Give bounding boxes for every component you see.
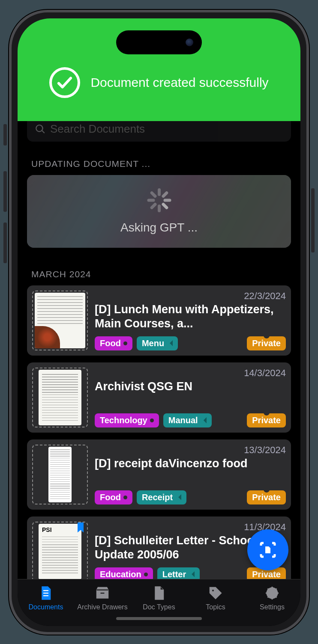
- tab-label: Archive Drawers: [77, 603, 127, 611]
- document-thumbnail: [32, 291, 88, 350]
- tag-topic[interactable]: Technology: [95, 413, 159, 427]
- month-section-label: March 2024: [31, 269, 287, 279]
- archive-drawer-icon: [94, 585, 111, 602]
- updating-document-card[interactable]: Asking GPT ...: [27, 175, 291, 248]
- tag-doctype[interactable]: Receipt: [137, 490, 186, 505]
- tag-topic[interactable]: Food: [95, 336, 132, 350]
- document-title: Archivist QSG EN: [95, 380, 286, 394]
- document-card[interactable]: 13/3/2024 [D] receipt daVincenzo food Fo…: [27, 439, 291, 510]
- spinner-icon: [147, 188, 171, 212]
- tab-topics[interactable]: Topics: [187, 585, 244, 611]
- document-date: 14/3/2024: [95, 368, 286, 379]
- scan-document-icon: [258, 540, 278, 560]
- tag-privacy[interactable]: Private: [247, 336, 286, 350]
- tag-doctype[interactable]: Letter: [157, 567, 200, 579]
- home-indicator[interactable]: [116, 617, 202, 620]
- tab-archive-drawers[interactable]: Archive Drawers: [74, 585, 131, 611]
- scan-document-fab[interactable]: [247, 529, 288, 570]
- document-date: 11/3/2024: [95, 522, 286, 533]
- document-fold-icon: [189, 571, 195, 577]
- svg-point-0: [212, 589, 214, 591]
- tab-label: Settings: [260, 603, 285, 611]
- dynamic-island: [116, 30, 202, 54]
- document-icon: [37, 585, 54, 602]
- tab-documents[interactable]: Documents: [18, 585, 74, 611]
- updating-status-text: Asking GPT ...: [120, 221, 198, 234]
- document-title: [D] receipt daVincenzo food: [95, 457, 286, 471]
- tab-label: Doc Types: [143, 603, 175, 611]
- tag-doctype[interactable]: Manual: [163, 413, 212, 427]
- svg-point-2: [270, 591, 274, 595]
- document-fold-icon: [167, 340, 173, 346]
- tag-privacy[interactable]: Private: [247, 413, 286, 427]
- document-fold-icon: [175, 494, 181, 500]
- checkmark-circle-icon: [49, 67, 80, 98]
- document-date: 13/3/2024: [95, 445, 286, 456]
- tab-doc-types[interactable]: Doc Types: [131, 585, 187, 611]
- mute-switch: [3, 124, 7, 145]
- updating-section-label: Updating Document ...: [31, 159, 287, 169]
- search-input[interactable]: [50, 122, 283, 136]
- tab-settings[interactable]: Settings: [244, 585, 300, 611]
- gear-icon: [264, 585, 281, 602]
- document-fold-icon: [201, 417, 207, 423]
- tag-icon: [207, 585, 224, 602]
- tab-label: Documents: [29, 603, 63, 611]
- document-thumbnail: [32, 445, 88, 505]
- document-thumbnail: [32, 368, 88, 427]
- main-content-scroll[interactable]: Updating Document ... Asking GPT ...: [18, 108, 300, 579]
- document-card[interactable]: 22/3/2024 [D] Lunch Menu with Appetizers…: [27, 285, 291, 356]
- toast-message: Document created successfully: [90, 75, 268, 90]
- volume-down-button: [3, 223, 7, 263]
- document-title: [D] Lunch Menu with Appetizers, Main Cou…: [95, 303, 286, 332]
- tab-label: Topics: [206, 603, 225, 611]
- tag-doctype[interactable]: Menu: [137, 336, 178, 350]
- search-icon: [35, 124, 46, 135]
- document-date: 22/3/2024: [95, 291, 286, 302]
- document-thumbnail: [32, 522, 88, 579]
- tag-topic[interactable]: Education: [95, 567, 153, 579]
- power-button: [311, 188, 315, 252]
- volume-up-button: [3, 171, 7, 212]
- tag-privacy[interactable]: Private: [247, 490, 286, 505]
- document-card[interactable]: 14/3/2024 Archivist QSG EN Technology Ma…: [27, 362, 291, 433]
- doctype-icon: [150, 585, 168, 602]
- tag-topic[interactable]: Food: [95, 490, 132, 505]
